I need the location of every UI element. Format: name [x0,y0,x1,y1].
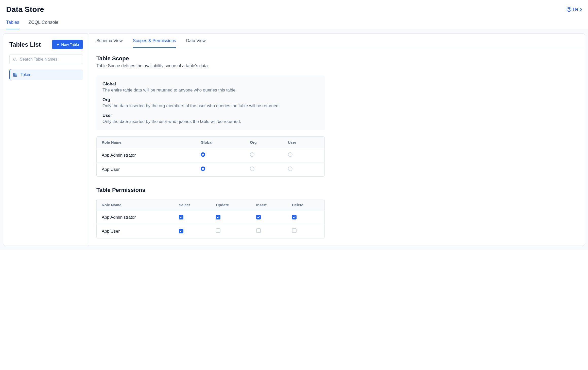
scope-info-label: Global [102,82,319,87]
scope-row: App Administrator [97,148,324,162]
scope-info-text: The entire table data will be returned t… [102,88,237,92]
perm-col-select: Select [174,199,211,211]
sidebar-title: Tables List [9,41,41,48]
plus-icon [56,43,60,46]
search-icon [13,57,17,61]
scope-radio-user[interactable] [288,166,292,171]
search-input[interactable] [9,54,83,64]
perm-row: App Administrator [97,211,324,224]
scope-table: Role NameGlobalOrgUser App Administrator… [96,136,325,177]
sub-tabs: Schema ViewScopes & PermissionsData View [89,34,585,48]
perm-role-name: App User [97,224,174,238]
table-permissions-title: Table Permissions [96,187,578,193]
new-table-label: New Table [61,42,79,47]
scope-info-label: Org [102,97,319,102]
page-title: Data Store [6,5,44,14]
table-item-label: Token [21,72,31,77]
permissions-table: Role NameSelectUpdateInsertDelete App Ad… [96,199,325,238]
perm-checkbox-update[interactable] [216,228,220,233]
perm-col-update: Update [211,199,251,211]
perm-checkbox-insert[interactable] [256,215,261,219]
sub-tab-schema-view[interactable]: Schema View [96,38,123,48]
perm-checkbox-update[interactable] [216,215,220,219]
scope-info-text: Only the data inserted by the user who q… [102,119,241,124]
top-tabs: TablesZCQL Console [0,14,588,29]
new-table-button[interactable]: New Table [52,40,83,49]
scope-info-global: GlobalThe entire table data will be retu… [102,82,319,93]
scope-role-name: App Administrator [97,148,196,162]
top-tab-tables[interactable]: Tables [6,20,19,29]
scope-info-user: UserOnly the data inserted by the user w… [102,113,319,124]
perm-col-role-name: Role Name [97,199,174,211]
scope-col-org: Org [245,137,283,148]
scope-row: App User [97,162,324,176]
scope-radio-global[interactable] [201,152,205,157]
help-icon [566,7,572,12]
help-label: Help [573,7,582,12]
perm-checkbox-select[interactable] [179,229,183,233]
scope-role-name: App User [97,162,196,176]
sidebar: Tables List New Table Token [3,33,89,246]
scope-radio-org[interactable] [250,166,254,171]
table-scope-desc: Table Scope defines the availability sco… [96,63,578,68]
sub-tab-scopes-permissions[interactable]: Scopes & Permissions [133,38,176,48]
table-scope-title: Table Scope [96,55,578,62]
svg-point-4 [14,58,16,60]
perm-checkbox-select[interactable] [179,215,183,219]
table-item-token[interactable]: Token [9,69,83,80]
scope-info-box: GlobalThe entire table data will be retu… [96,76,325,130]
scope-radio-org[interactable] [250,152,254,157]
svg-rect-6 [13,73,17,77]
scope-col-user: User [283,137,324,148]
scope-radio-global[interactable] [201,166,205,171]
svg-point-1 [569,10,569,11]
content-area: Schema ViewScopes & PermissionsData View… [89,33,585,246]
scope-info-label: User [102,113,319,118]
scope-col-global: Global [196,137,245,148]
perm-row: App User [97,224,324,238]
perm-role-name: App Administrator [97,211,174,224]
perm-col-delete: Delete [287,199,324,211]
scope-info-org: OrgOnly the data inserted by the org mem… [102,97,319,108]
sub-tab-data-view[interactable]: Data View [186,38,206,48]
scope-radio-user[interactable] [288,152,292,157]
perm-checkbox-delete[interactable] [292,228,297,233]
top-tab-zcql-console[interactable]: ZCQL Console [28,20,58,29]
help-link[interactable]: Help [566,7,582,12]
scope-info-text: Only the data inserted by the org member… [102,103,280,108]
perm-checkbox-delete[interactable] [292,215,297,219]
svg-line-5 [16,60,16,61]
perm-checkbox-insert[interactable] [256,228,261,233]
table-list: Token [9,69,83,80]
scope-col-role-name: Role Name [97,137,196,148]
perm-col-insert: Insert [251,199,287,211]
table-icon [13,72,18,77]
